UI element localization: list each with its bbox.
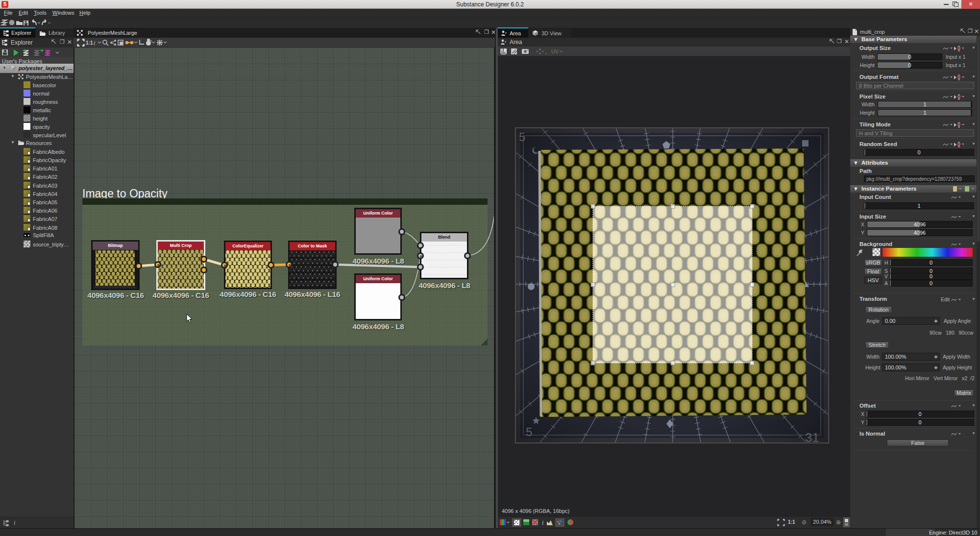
svg-text:UV: UV	[551, 49, 559, 54]
svg-text:i: i	[542, 519, 543, 526]
svg-text:i: i	[94, 40, 95, 47]
svg-text:1:1: 1:1	[86, 40, 93, 46]
